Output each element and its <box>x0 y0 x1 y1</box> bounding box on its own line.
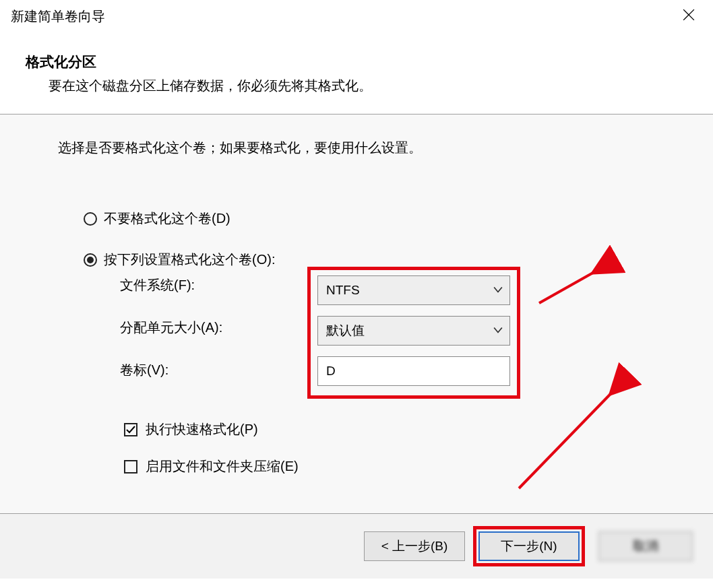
volume-label-input[interactable]: D <box>317 356 510 386</box>
alloc-label: 分配单元大小(A): <box>120 319 222 337</box>
close-icon <box>683 9 695 24</box>
button-label: 取消 <box>633 537 658 555</box>
filesystem-label: 文件系统(F): <box>120 276 222 294</box>
fields-highlight-box: NTFS 默认值 D <box>307 267 520 399</box>
volume-label-value: D <box>326 364 336 379</box>
window-title: 新建简单卷向导 <box>11 7 105 26</box>
chevron-down-icon <box>493 283 503 298</box>
compression-checkbox[interactable]: 启用文件和文件夹压缩(E) <box>124 457 299 476</box>
wizard-window: 新建简单卷向导 格式化分区 要在这个磁盘分区上储存数据，你必须先将其格式化。 选… <box>0 0 713 588</box>
wizard-header: 格式化分区 要在这个磁盘分区上储存数据，你必须先将其格式化。 <box>0 32 713 114</box>
page-title: 格式化分区 <box>26 53 713 71</box>
titlebar: 新建简单卷向导 <box>0 0 713 32</box>
filesystem-value: NTFS <box>326 283 360 298</box>
chevron-down-icon <box>493 323 503 338</box>
radio-label: 按下列设置格式化这个卷(O): <box>104 251 275 269</box>
wizard-footer: < 上一步(B) 下一步(N) 取消 <box>0 513 713 579</box>
radio-do-format[interactable]: 按下列设置格式化这个卷(O): <box>84 251 713 269</box>
checkbox-group: 执行快速格式化(P) 启用文件和文件夹压缩(E) <box>124 420 299 494</box>
radio-label: 不要格式化这个卷(D) <box>104 209 230 228</box>
cancel-button[interactable]: 取消 <box>598 531 693 561</box>
checkbox-icon <box>124 423 137 436</box>
button-label: < 上一步(B) <box>381 537 448 555</box>
format-radio-group: 不要格式化这个卷(D) 按下列设置格式化这个卷(O): <box>84 209 713 269</box>
checkbox-label: 启用文件和文件夹压缩(E) <box>146 457 299 476</box>
content-area: 选择是否要格式化这个卷；如果要格式化，要使用什么设置。 不要格式化这个卷(D) … <box>0 115 713 513</box>
back-button[interactable]: < 上一步(B) <box>364 531 465 561</box>
button-label: 下一步(N) <box>501 537 557 555</box>
next-highlight-box: 下一步(N) <box>473 526 585 566</box>
instruction-text: 选择是否要格式化这个卷；如果要格式化，要使用什么设置。 <box>58 139 713 157</box>
radio-icon <box>84 253 97 267</box>
checkbox-icon <box>124 460 137 473</box>
radio-icon <box>84 212 97 226</box>
volume-label-label: 卷标(V): <box>120 361 222 379</box>
alloc-combo[interactable]: 默认值 <box>317 316 510 346</box>
close-button[interactable] <box>675 3 702 30</box>
alloc-value: 默认值 <box>326 322 365 339</box>
next-button[interactable]: 下一步(N) <box>478 531 580 561</box>
radio-no-format[interactable]: 不要格式化这个卷(D) <box>84 209 713 228</box>
filesystem-combo[interactable]: NTFS <box>317 275 510 305</box>
page-subtitle: 要在这个磁盘分区上储存数据，你必须先将其格式化。 <box>26 77 713 95</box>
quick-format-checkbox[interactable]: 执行快速格式化(P) <box>124 420 299 438</box>
svg-line-1 <box>519 377 627 488</box>
checkbox-label: 执行快速格式化(P) <box>146 420 258 438</box>
field-labels: 文件系统(F): 分配单元大小(A): 卷标(V): <box>120 276 222 379</box>
